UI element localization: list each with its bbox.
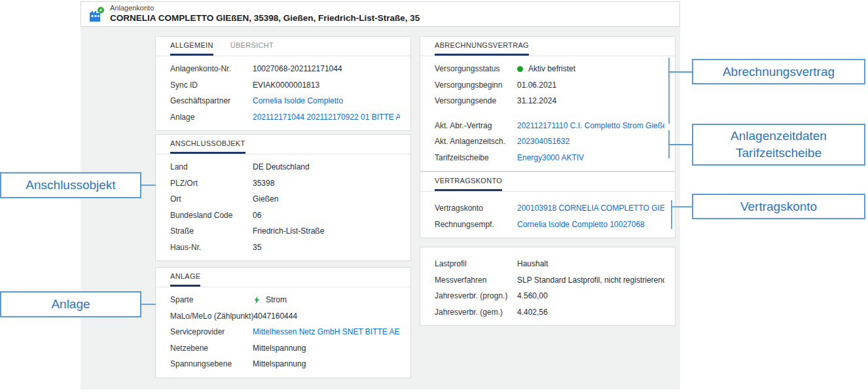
card-anschlussobjekt-header: ANSCHLUSSOBJEKT xyxy=(156,135,410,154)
page-subtitle: CORNELIA COMPLETTO GIEßEN, 35398, Gießen… xyxy=(110,13,420,24)
card-abrechnungsvertrag: ABRECHNUNGSVERTRAG Versorgungsstatus Akt… xyxy=(420,36,676,171)
field-label: Jahresverbr. (gem.) xyxy=(435,308,517,317)
field-row: Haus-Nr. 35 xyxy=(170,240,400,256)
field-label: Ort xyxy=(170,194,253,204)
field-value: 4.560,00 xyxy=(517,291,664,300)
field-value: Mittelspannung xyxy=(253,359,400,368)
header-text: Anlagenkonto CORNELIA COMPLETTO GIEßEN, … xyxy=(110,4,420,24)
card-abrechnungsvertrag-title: ABRECHNUNGSVERTRAG xyxy=(435,37,529,56)
field-row: Bundesland Code 06 xyxy=(170,207,400,224)
anlage-link[interactable]: 202112171044 202112170922 01 BITTE AENDE… xyxy=(253,113,400,122)
field-label: Versorgungsende xyxy=(435,96,517,105)
callout-label: Vertragskonto xyxy=(740,198,817,215)
field-label: Netzebene xyxy=(170,344,253,353)
callout-label: Anlage xyxy=(51,296,90,313)
field-value: DE Deutschland xyxy=(253,162,400,171)
card-verbrauch-rows: Lastprofil Haushalt Messverfahren SLP St… xyxy=(420,247,675,325)
field-row: Rechnungsempf. Cornelia Isolde Completto… xyxy=(435,217,664,233)
anlagenzeitscheibe-link[interactable]: 202304051632 xyxy=(517,137,664,146)
versorgungsstatus-value: Aktiv befristet xyxy=(517,64,664,73)
field-label: Versorgungsbeginn xyxy=(435,80,517,90)
anlagenkonto-icon xyxy=(88,5,105,24)
card-anlage-title: ANLAGE xyxy=(170,268,200,287)
card-anschlussobjekt: ANSCHLUSSOBJEKT Land DE Deutschland PLZ/… xyxy=(155,134,411,261)
field-value: 35 xyxy=(253,243,400,252)
field-value: Haushalt xyxy=(517,259,664,268)
tab-allgemein[interactable]: ALLGEMEIN xyxy=(170,37,213,56)
callout-anschlussobjekt: Anschlussobjekt xyxy=(0,172,141,198)
field-value: 31.12.2024 xyxy=(517,96,664,105)
field-value: 4047160444 xyxy=(253,312,400,321)
field-row: Akt. Abr.-Vertrag 202112171110 C.I. Comp… xyxy=(435,118,664,134)
field-label: Geschäftspartner xyxy=(170,96,253,105)
field-label: Tarifzeitscheibe xyxy=(435,153,517,162)
anlagenkonto-page: Anlagenkonto CORNELIA COMPLETTO GIEßEN, … xyxy=(0,0,868,392)
callout-label: Tarifzeitscheibe xyxy=(736,145,822,162)
callout-label: Anschlussobjekt xyxy=(26,177,115,194)
field-row: Geschäftspartner Cornelia Isolde Complet… xyxy=(170,93,400,109)
row-spacer xyxy=(435,109,664,118)
card-vertragskonto-rows: Vertragskonto 200103918 CORNELIA COMPLET… xyxy=(420,192,675,238)
card-abrechnungsvertrag-header: ABRECHNUNGSVERTRAG xyxy=(420,37,675,56)
field-row: Versorgungsstatus Aktiv befristet xyxy=(435,61,664,77)
card-anlage-header: ANLAGE xyxy=(156,268,410,287)
rechnungsempfaenger-link[interactable]: Cornelia Isolde Completto 10027068 xyxy=(517,220,664,229)
field-label: Spannungsebene xyxy=(170,359,253,368)
field-row: Tarifzeitscheibe Energy3000 AKTIV xyxy=(435,150,664,166)
field-row: Straße Friedrich-List-Straße xyxy=(170,223,400,240)
card-abrechnungsvertrag-rows: Versorgungsstatus Aktiv befristet Versor… xyxy=(420,56,675,171)
field-row: Versorgungsende 31.12.2024 xyxy=(435,93,664,109)
card-anlage-rows: Sparte Strom MaLo/MeLo (Zählpunkt) 40471… xyxy=(156,287,410,378)
field-row: Versorgungsbeginn 01.06.2021 xyxy=(435,77,664,94)
field-row: MaLo/MeLo (Zählpunkt) 4047160444 xyxy=(170,308,400,325)
field-row: Land DE Deutschland xyxy=(170,159,400,175)
card-vertragskonto: VERTRAGSKONTO Vertragskonto 200103918 CO… xyxy=(420,171,676,238)
card-anschlussobjekt-title: ANSCHLUSSOBJEKT xyxy=(170,135,245,154)
tab-uebersicht[interactable]: ÜBERSICHT xyxy=(230,37,274,56)
field-label: Straße xyxy=(170,226,253,236)
field-label: Lastprofil xyxy=(435,259,517,268)
card-allgemein-rows: Anlagenkonto-Nr. 10027068-202112171044 S… xyxy=(156,56,410,130)
tarifzeitscheibe-link[interactable]: Energy3000 AKTIV xyxy=(517,153,664,162)
card-vertragskonto-title: VERTRAGSKONTO xyxy=(435,172,502,191)
field-value: SLP Standard Lastprofil, nicht registrie… xyxy=(517,276,664,285)
field-label: Anlagenkonto-Nr. xyxy=(170,64,253,73)
sparte-value: Strom xyxy=(253,295,400,304)
sparte-text: Strom xyxy=(266,295,287,304)
field-row: Serviceprovider Mittelhessen Netz GmbH S… xyxy=(170,324,400,340)
field-value: 06 xyxy=(253,211,400,220)
callout-vertragskonto: Vertragskonto xyxy=(692,194,865,219)
field-value: 35398 xyxy=(253,179,400,188)
field-row: PLZ/Ort 35398 xyxy=(170,175,400,192)
card-allgemein-tabs: ALLGEMEIN ÜBERSICHT xyxy=(156,37,410,56)
field-value: 4.402,56 xyxy=(517,308,664,317)
field-label: Bundesland Code xyxy=(170,211,253,220)
field-row: Sparte Strom xyxy=(170,292,400,308)
field-label: Land xyxy=(170,162,253,171)
abr-vertrag-link[interactable]: 202112171110 C.I. Completto Strom Gießen xyxy=(517,121,664,130)
field-label: Serviceprovider xyxy=(170,327,253,336)
vertragskonto-link[interactable]: 200103918 CORNELIA COMPLETTO GIEßEN xyxy=(517,204,664,213)
field-row: Jahresverbr. (gem.) 4.402,56 xyxy=(435,304,664,321)
geschaeftspartner-link[interactable]: Cornelia Isolde Completto xyxy=(253,96,400,105)
card-anschlussobjekt-rows: Land DE Deutschland PLZ/Ort 35398 Ort Gi… xyxy=(156,154,410,260)
field-label: Anlage xyxy=(170,113,253,122)
field-label: Rechnungsempf. xyxy=(435,220,517,229)
callout-anlagenzeitdaten-tarifzeitscheibe: Anlagenzeitdaten Tarifzeitscheibe xyxy=(692,124,865,166)
field-value: EVIAK0000001813 xyxy=(253,80,400,90)
field-value: Mittelspannung xyxy=(253,344,400,353)
field-label: Jahresverbr. (progn.) xyxy=(435,291,517,300)
field-value: Gießen xyxy=(253,194,400,204)
serviceprovider-link[interactable]: Mittelhessen Netz GmbH SNET BITTE AENDER… xyxy=(253,327,400,336)
field-row: Netzebene Mittelspannung xyxy=(170,340,400,357)
callout-abrechnungsvertrag: Abrechnungsvertrag xyxy=(692,59,865,84)
card-anlage: ANLAGE Sparte Strom MaLo/MeLo (Zählpunkt… xyxy=(155,267,411,378)
field-row: Lastprofil Haushalt xyxy=(435,256,664,272)
field-label: Haus-Nr. xyxy=(170,243,253,252)
card-verbrauch: Lastprofil Haushalt Messverfahren SLP St… xyxy=(420,247,676,326)
page-title: Anlagenkonto xyxy=(110,4,420,13)
field-label: Sync ID xyxy=(170,80,253,90)
field-row: Jahresverbr. (progn.) 4.560,00 xyxy=(435,288,664,304)
field-label: Versorgungsstatus xyxy=(435,64,517,73)
callout-label: Anlagenzeitdaten xyxy=(731,128,827,145)
